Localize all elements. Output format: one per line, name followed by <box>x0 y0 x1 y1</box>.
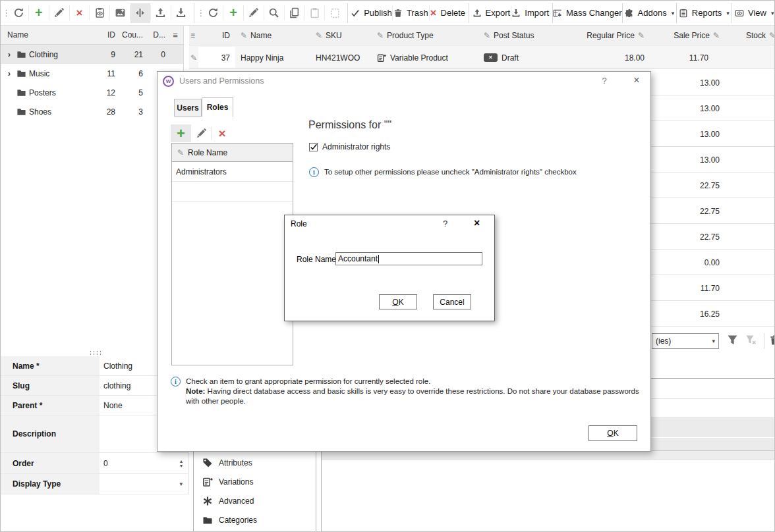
tab-roles[interactable]: Roles <box>202 97 233 117</box>
column-name[interactable]: ✎Name <box>241 26 272 45</box>
addons-menu-button[interactable]: Addons▾ <box>625 3 674 23</box>
category-name: Shoes <box>29 107 51 117</box>
order-spinner[interactable]: ▴▾ <box>180 459 183 468</box>
app-window: ⋮ + × ⋮ + Publish Trash ×Delete Export I… <box>0 0 775 532</box>
role-name-input[interactable]: Accountant <box>335 252 482 265</box>
clear-filter-icon[interactable] <box>745 334 757 346</box>
delete-role-button[interactable]: × <box>214 124 231 142</box>
import-button[interactable]: Import <box>511 3 550 23</box>
column-regular-price[interactable]: Regular Price✎ <box>545 26 645 45</box>
search-button[interactable] <box>264 3 284 23</box>
expand-icon[interactable]: › <box>5 49 14 59</box>
tree-row-clothing[interactable]: ›Clothing 9 21 0 <box>1 45 183 64</box>
delete-filter-icon[interactable] <box>769 334 775 346</box>
product-regular-price: 18.00 <box>545 46 645 69</box>
tab-users[interactable]: Users <box>174 99 202 117</box>
variable-product-icon <box>377 53 386 63</box>
role-name-column-header[interactable]: ✎ Role Name <box>172 144 293 162</box>
edit-role-button[interactable] <box>192 124 210 142</box>
split-view-button[interactable] <box>130 3 150 23</box>
column-post-status[interactable]: ✎Post Status <box>484 26 534 45</box>
tab-advanced[interactable]: Advanced <box>194 491 316 510</box>
paste-special-button[interactable] <box>325 3 345 23</box>
refresh-categories-button[interactable] <box>9 3 28 23</box>
sort-icon[interactable]: ≡ <box>167 30 183 40</box>
upload-button[interactable] <box>151 3 171 23</box>
close-icon[interactable]: × <box>631 74 643 86</box>
dropdown-arrow-icon: ▾ <box>712 338 715 344</box>
tab-attributes[interactable]: Attributes <box>194 453 316 472</box>
toolbar-grip-icon[interactable]: ⋮ <box>2 8 9 18</box>
role-row-administrators[interactable]: Administrators <box>172 162 293 182</box>
category-filter-dropdown[interactable]: (ies) ▾ <box>652 333 719 349</box>
category-count: 6 <box>117 69 145 78</box>
help-icon[interactable]: ? <box>599 76 610 86</box>
dialog-titlebar[interactable]: W Users and Permissions ? × <box>158 72 650 90</box>
edit-product-button[interactable] <box>244 3 264 23</box>
tab-categories[interactable]: Categories <box>194 510 316 529</box>
edit-category-button[interactable] <box>49 3 69 23</box>
toolbar-grip-icon[interactable]: ⋮ <box>196 8 203 18</box>
column-id[interactable]: ID <box>91 30 117 40</box>
mass-changer-button[interactable]: Mass Changer <box>556 3 619 23</box>
sale-price: 13.00 <box>657 70 720 95</box>
pencil-icon: ✎ <box>769 31 775 40</box>
refresh-products-button[interactable] <box>203 3 223 23</box>
column-d[interactable]: D... <box>145 30 167 40</box>
preview-button[interactable] <box>90 3 109 23</box>
tree-row-shoes[interactable]: Shoes 28 3 <box>1 102 183 121</box>
category-id: 9 <box>91 50 117 59</box>
sale-price: 22.75 <box>657 173 720 198</box>
tab-variations[interactable]: Variations <box>194 472 316 491</box>
expand-icon[interactable]: › <box>5 68 14 78</box>
column-name[interactable]: Name <box>1 30 91 40</box>
column-stock[interactable]: Stock✎ <box>746 26 775 45</box>
administrator-rights-row[interactable]: Administrator rights <box>309 142 390 151</box>
paste-button[interactable] <box>304 3 324 23</box>
export-button[interactable]: Export <box>472 3 511 23</box>
product-row-happy-ninja[interactable]: ✎ 37 Happy Ninja HN421WOO Variable Produ… <box>189 46 774 69</box>
display-type-field[interactable] <box>100 474 188 494</box>
administrator-rights-checkbox[interactable] <box>309 143 318 151</box>
role-dialog: Role ? × Role Name Accountant OK Cancel <box>284 215 495 321</box>
ok-button[interactable]: OK <box>588 425 637 441</box>
view-menu-button[interactable]: View▾ <box>735 3 774 23</box>
tree-row-posters[interactable]: Posters 12 5 <box>1 83 183 102</box>
role-row-empty[interactable] <box>172 182 293 201</box>
category-tree-header[interactable]: Name ID Cou... D... ≡ <box>1 26 183 45</box>
product-name: Happy Ninja <box>241 46 283 69</box>
add-role-button[interactable]: + <box>171 124 191 142</box>
column-sale-price[interactable]: Sale Price✎ <box>644 26 720 45</box>
column-product-type[interactable]: ✎Product Type <box>377 26 434 45</box>
dropdown-arrow-icon[interactable]: ▾ <box>179 481 183 487</box>
column-sku[interactable]: ✎SKU <box>316 26 342 45</box>
apply-filter-icon[interactable] <box>727 334 738 346</box>
category-id: 11 <box>91 69 117 78</box>
folder-icon <box>16 88 26 97</box>
product-type: Variable Product <box>377 46 448 69</box>
trash-button[interactable]: Trash <box>393 3 429 23</box>
delete-product-button[interactable]: ×Delete <box>430 3 467 23</box>
help-icon[interactable]: ? <box>443 219 447 228</box>
tree-row-music[interactable]: ›Music 11 6 <box>1 64 183 83</box>
order-field[interactable]: 0 <box>100 453 188 473</box>
category-count: 5 <box>117 88 145 97</box>
close-icon[interactable]: × <box>474 217 480 229</box>
copy-button[interactable] <box>285 3 304 23</box>
add-product-button[interactable]: + <box>223 3 243 23</box>
image-editor-button[interactable] <box>110 3 130 23</box>
folder-icon <box>16 49 26 59</box>
column-id[interactable]: ID <box>198 26 235 45</box>
cancel-button[interactable]: Cancel <box>433 294 471 309</box>
reports-menu-button[interactable]: Reports▾ <box>679 3 729 23</box>
admin-info-note: i To setup other permissions please unch… <box>309 167 625 177</box>
publish-button[interactable]: Publish <box>351 3 392 23</box>
footer-info-note: i Check an item to grant appropriate per… <box>171 377 641 406</box>
category-name: Clothing <box>29 50 58 59</box>
ok-button[interactable]: OK <box>379 294 417 309</box>
column-count[interactable]: Cou... <box>117 30 145 40</box>
delete-category-button[interactable]: × <box>69 3 89 23</box>
add-category-button[interactable]: + <box>29 3 49 23</box>
download-button[interactable] <box>171 3 191 23</box>
column-chooser-icon[interactable]: ≡ <box>190 26 195 45</box>
